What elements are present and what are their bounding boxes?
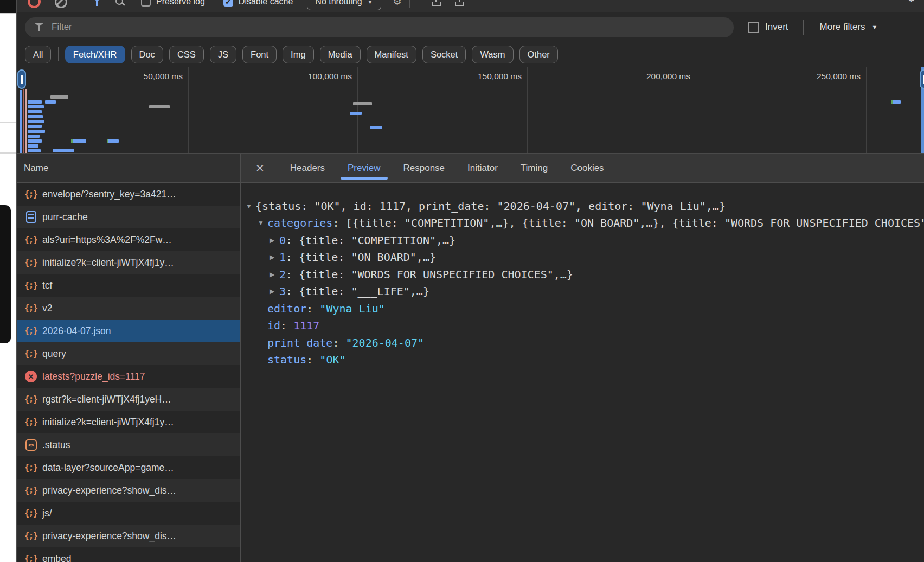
tab-timing[interactable]: Timing [509, 154, 559, 182]
tab-label: Preview [348, 163, 380, 174]
network-request-row[interactable]: {;}js/ [17, 502, 240, 525]
filter-chip-fetch-xhr[interactable]: Fetch/XHR [65, 46, 125, 63]
load-event-line [25, 89, 27, 154]
request-name: v2 [42, 303, 52, 314]
clear-button[interactable] [55, 0, 67, 8]
request-name: initialize?k=client-jiWTjX4fj1y… [42, 257, 174, 269]
filter-chip-wasm[interactable]: Wasm [472, 46, 513, 63]
request-name: latests?puzzle_ids=1117 [42, 371, 145, 382]
request-name: query [42, 348, 66, 360]
disclosure-arrow-icon[interactable]: ▼ [258, 219, 267, 227]
filter-chip-media[interactable]: Media [320, 46, 361, 63]
filter-chip-manifest[interactable]: Manifest [367, 46, 416, 63]
import-har-icon[interactable] [432, 0, 441, 6]
error-icon: ✕ [24, 370, 37, 383]
filter-chip-css[interactable]: CSS [169, 46, 204, 63]
timeline-gridline [527, 67, 528, 153]
tab-label: Initiator [467, 163, 498, 174]
record-button[interactable] [28, 0, 41, 8]
network-request-row[interactable]: {;}privacy-experience?show_dis… [17, 525, 240, 547]
preserve-log-checkbox[interactable] [141, 0, 151, 7]
network-conditions-icon[interactable]: ⚙ [393, 0, 402, 8]
timeline-right-handle[interactable] [920, 69, 924, 89]
waterfall-bar [28, 120, 44, 123]
json-line-text: 2: {title: "WORDS FOR UNSPECIFIED CHOICE… [279, 268, 573, 281]
waterfall-bar [353, 102, 372, 105]
disclosure-arrow-icon[interactable]: ▶ [270, 237, 279, 244]
tab-headers[interactable]: Headers [279, 154, 336, 182]
close-icon[interactable]: ✕ [255, 162, 265, 175]
filter-toggle-icon[interactable] [92, 0, 102, 7]
timeline-gridline [866, 67, 867, 153]
network-request-row[interactable]: {;}initialize?k=client-jiWTjX4fj1y… [17, 251, 240, 274]
network-request-row[interactable]: purr-cache [17, 206, 240, 228]
network-request-row[interactable]: {;}embed [17, 547, 240, 562]
request-list-panel: Name {;}envelope/?sentry_key=3a421…purr-… [17, 154, 241, 562]
request-name: privacy-experience?show_dis… [42, 531, 176, 542]
network-request-row[interactable]: ✕latests?puzzle_ids=1117 [17, 365, 240, 388]
filter-chip-font[interactable]: Font [242, 46, 277, 63]
filter-input[interactable]: Filter [25, 17, 734, 37]
network-request-row[interactable]: {;}rgstr?k=client-jiWTjX4fj1yeH… [17, 388, 240, 411]
network-request-row[interactable]: {;}data-layer?sourceApp=game… [17, 456, 240, 479]
export-har-icon[interactable] [455, 0, 464, 6]
waterfall-bar [370, 126, 382, 129]
json-line-text: status: "OK" [267, 353, 346, 366]
invert-checkbox[interactable] [748, 22, 759, 33]
filter-chip-img[interactable]: Img [283, 46, 314, 63]
json-braces-icon: {;} [24, 256, 37, 269]
document-icon [24, 210, 37, 223]
network-request-row[interactable]: <>.status [17, 433, 240, 456]
tab-initiator[interactable]: Initiator [456, 154, 509, 182]
request-name: js/ [42, 508, 52, 519]
network-request-row[interactable]: {;}privacy-experience?show_dis… [17, 479, 240, 502]
request-name: initialize?k=client-jiWTjX4fj1y… [42, 417, 174, 428]
network-main-area: Name {;}envelope/?sentry_key=3a421…purr-… [17, 154, 924, 562]
json-line-text: print_date: "2026-04-07" [267, 336, 424, 349]
timeline-gridline [696, 67, 696, 153]
invert-group: Invert [748, 22, 788, 33]
search-icon[interactable] [114, 0, 125, 7]
network-request-row[interactable]: {;}envelope/?sentry_key=3a421… [17, 183, 240, 206]
filter-chip-socket[interactable]: Socket [422, 46, 466, 63]
tab-response[interactable]: Response [392, 154, 457, 182]
network-request-row[interactable]: {;}query [17, 342, 240, 365]
disclosure-arrow-icon[interactable]: ▶ [270, 271, 279, 278]
json-tree-line: status: "OK" [241, 352, 924, 369]
network-request-row[interactable]: {;}initialize?k=client-jiWTjX4fj1y… [17, 411, 240, 433]
request-name: tcf [42, 280, 52, 291]
filter-chip-other[interactable]: Other [519, 46, 558, 63]
disclosure-arrow-icon[interactable]: ▶ [270, 288, 279, 295]
tab-preview[interactable]: Preview [336, 154, 392, 182]
name-column-header[interactable]: Name [17, 154, 240, 183]
json-tree-line: ▶1: {title: "ON BOARD",…} [241, 249, 924, 266]
network-request-row[interactable]: {;}v2 [17, 297, 240, 320]
throttling-select[interactable]: No throttling ▼ [307, 0, 381, 10]
json-tree-line: id: 1117 [241, 317, 924, 335]
network-request-row[interactable]: {;}als?uri=https%3A%2F%2Fw… [17, 228, 240, 251]
request-name: privacy-experience?show_dis… [42, 485, 176, 496]
more-filters-button[interactable]: More filters ▼ [820, 22, 878, 33]
waterfall-bar [71, 139, 86, 143]
settings-gear-icon[interactable]: ⚙ [907, 0, 916, 4]
disclosure-arrow-icon[interactable]: ▶ [270, 253, 279, 261]
json-braces-icon: {;} [24, 347, 37, 360]
json-tree-line: ▶3: {title: "___LIFE",…} [241, 283, 924, 301]
tab-cookies[interactable]: Cookies [559, 154, 615, 182]
timeline-gridline [357, 67, 358, 153]
timeline-axis-label: 50,000 ms [144, 72, 183, 81]
waterfall-bar [149, 105, 170, 108]
json-tree-line: ▼categories: [{title: "COMPETITION",…}, … [241, 215, 924, 232]
filter-chip-all[interactable]: All [25, 46, 51, 63]
network-request-row[interactable]: {;}tcf [17, 274, 240, 297]
filter-chip-js[interactable]: JS [210, 46, 236, 63]
timeline-left-handle[interactable] [17, 69, 26, 89]
network-request-row[interactable]: {;}2026-04-07.json [17, 320, 240, 342]
filter-placeholder: Filter [52, 22, 72, 33]
disable-cache-checkbox[interactable]: ✓ [223, 0, 233, 7]
page-header-fragment [0, 0, 16, 14]
filter-chip-doc[interactable]: Doc [131, 46, 163, 63]
disclosure-arrow-icon[interactable]: ▼ [246, 202, 255, 210]
json-braces-icon: {;} [24, 324, 37, 337]
waterfall-bar [28, 115, 43, 118]
